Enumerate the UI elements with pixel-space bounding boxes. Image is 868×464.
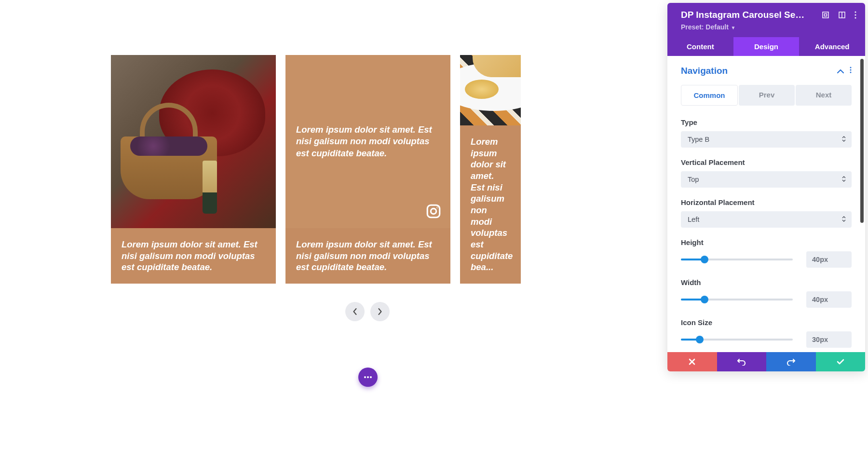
field-height: Height bbox=[681, 238, 852, 268]
panel-footer bbox=[667, 352, 865, 371]
width-input[interactable] bbox=[806, 291, 852, 308]
tab-advanced[interactable]: Advanced bbox=[799, 37, 865, 56]
carousel-nav bbox=[345, 302, 390, 321]
overlay-text: Lorem ipsum dolor sit amet. Est nisi gal… bbox=[296, 124, 440, 159]
field-label: Icon Size bbox=[681, 318, 852, 327]
svg-point-1 bbox=[431, 208, 436, 214]
carousel-card[interactable]: Lorem ipsum dolor sit amet. Est nisi gal… bbox=[285, 55, 450, 284]
svg-point-4 bbox=[367, 376, 369, 378]
snap-layout-icon[interactable] bbox=[838, 11, 846, 19]
chevron-down-icon: ▼ bbox=[730, 25, 736, 30]
section-title: Navigation bbox=[681, 66, 728, 76]
horizontal-placement-select[interactable]: Left bbox=[681, 211, 852, 228]
svg-rect-6 bbox=[823, 12, 828, 18]
type-select[interactable]: Type B bbox=[681, 131, 852, 148]
svg-point-13 bbox=[850, 67, 852, 68]
save-button[interactable] bbox=[816, 352, 866, 371]
card-caption: Lorem ipsum dolor sit amet. Est nisi gal… bbox=[111, 228, 276, 284]
chevron-up-icon[interactable] bbox=[837, 67, 844, 75]
next-button[interactable] bbox=[370, 302, 390, 321]
panel-tabs: Content Design Advanced bbox=[667, 37, 865, 56]
card-image: Lorem ipsum dolor sit amet. Est nisi gal… bbox=[285, 55, 450, 228]
height-slider[interactable] bbox=[681, 259, 793, 260]
card-image bbox=[460, 55, 521, 125]
slider-thumb[interactable] bbox=[701, 296, 708, 303]
svg-point-10 bbox=[854, 11, 856, 13]
field-type: Type Type B bbox=[681, 118, 852, 148]
carousel-card[interactable]: Lorem ipsum dolor sit amet. Est nisi gal… bbox=[111, 55, 276, 284]
field-label: Height bbox=[681, 238, 852, 246]
svg-point-12 bbox=[854, 17, 856, 18]
module-settings-panel: DP Instagram Carousel Setti... bbox=[667, 3, 865, 371]
field-icon-size: Icon Size bbox=[681, 318, 852, 348]
section-header[interactable]: Navigation bbox=[681, 66, 852, 76]
sub-tabs: Common Prev Next bbox=[681, 85, 852, 106]
carousel-card[interactable]: Lorem ipsum dolor sit amet. Est nisi gal… bbox=[460, 55, 521, 284]
section-more-icon[interactable] bbox=[850, 67, 852, 75]
card-image bbox=[111, 55, 276, 228]
svg-point-15 bbox=[850, 72, 852, 73]
tab-design[interactable]: Design bbox=[733, 37, 800, 56]
subtab-prev[interactable]: Prev bbox=[739, 85, 795, 106]
canvas-area: Lorem ipsum dolor sit amet. Est nisi gal… bbox=[0, 0, 520, 464]
icon-size-slider[interactable] bbox=[681, 339, 793, 341]
svg-point-11 bbox=[854, 14, 856, 15]
height-input[interactable] bbox=[806, 251, 852, 268]
panel-body: Navigation Common Prev Next bbox=[667, 56, 865, 352]
slider-thumb[interactable] bbox=[701, 256, 708, 263]
scrollbar-thumb[interactable] bbox=[860, 59, 864, 223]
expand-icon[interactable] bbox=[822, 11, 829, 19]
field-label: Horizontal Placement bbox=[681, 198, 852, 206]
svg-rect-7 bbox=[825, 14, 827, 16]
panel-header[interactable]: DP Instagram Carousel Setti... bbox=[667, 3, 865, 37]
card-caption: Lorem ipsum dolor sit amet. Est nisi gal… bbox=[285, 228, 450, 284]
subtab-common[interactable]: Common bbox=[681, 85, 738, 106]
instagram-carousel: Lorem ipsum dolor sit amet. Est nisi gal… bbox=[111, 55, 521, 284]
field-vertical-placement: Vertical Placement Top bbox=[681, 158, 852, 188]
undo-button[interactable] bbox=[717, 352, 767, 371]
card-caption: Lorem ipsum dolor sit amet. Est nisi gal… bbox=[460, 125, 521, 284]
preset-label: Preset: Default bbox=[681, 23, 729, 31]
svg-point-2 bbox=[437, 207, 438, 208]
svg-point-3 bbox=[364, 376, 366, 378]
preset-dropdown[interactable]: Preset: Default ▼ bbox=[681, 23, 856, 31]
tab-content[interactable]: Content bbox=[667, 37, 733, 56]
field-label: Width bbox=[681, 278, 852, 287]
prev-button[interactable] bbox=[345, 302, 365, 321]
field-label: Vertical Placement bbox=[681, 158, 852, 166]
width-slider[interactable] bbox=[681, 299, 793, 300]
subtab-next[interactable]: Next bbox=[796, 85, 852, 106]
vertical-placement-select[interactable]: Top bbox=[681, 171, 852, 188]
svg-point-5 bbox=[370, 376, 372, 378]
icon-size-input[interactable] bbox=[806, 331, 852, 348]
field-width: Width bbox=[681, 278, 852, 308]
slider-thumb[interactable] bbox=[696, 336, 704, 343]
svg-point-14 bbox=[850, 69, 852, 71]
field-label: Type bbox=[681, 118, 852, 126]
instagram-icon[interactable] bbox=[425, 203, 442, 219]
more-icon[interactable] bbox=[854, 11, 856, 19]
cancel-button[interactable] bbox=[667, 352, 717, 371]
builder-fab-button[interactable] bbox=[358, 368, 378, 387]
panel-title: DP Instagram Carousel Setti... bbox=[681, 10, 806, 20]
card-hover-overlay: Lorem ipsum dolor sit amet. Est nisi gal… bbox=[285, 55, 450, 228]
redo-button[interactable] bbox=[766, 352, 816, 371]
field-horizontal-placement: Horizontal Placement Left bbox=[681, 198, 852, 228]
